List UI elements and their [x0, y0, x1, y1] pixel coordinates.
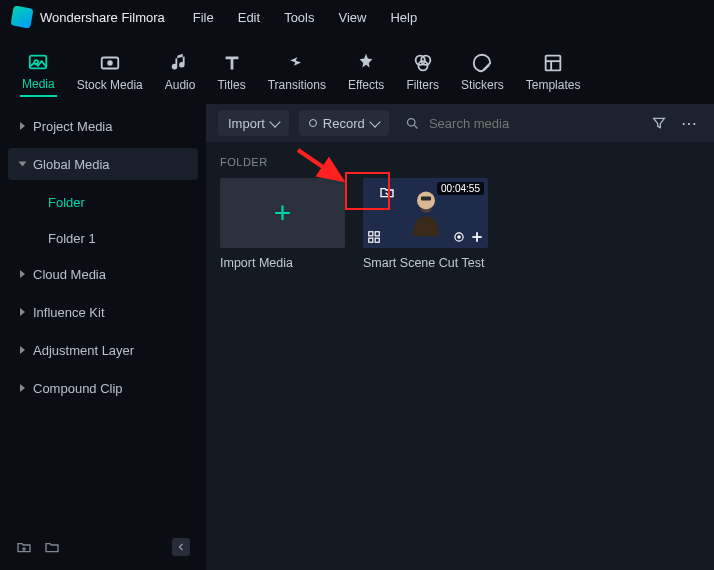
- menu-tools[interactable]: Tools: [284, 10, 314, 25]
- media-grid: + Import Media 00:04:55: [206, 178, 714, 270]
- tool-tabs: Media Stock Media Audio Titles Transitio…: [0, 34, 714, 104]
- app-title: Wondershare Filmora: [40, 10, 165, 25]
- overlay-right: [452, 230, 484, 244]
- tab-filters[interactable]: Filters: [404, 48, 441, 96]
- plus-icon: +: [274, 196, 292, 230]
- content-toolbar: Import Record ⋯: [206, 104, 714, 142]
- svg-point-21: [458, 236, 460, 238]
- sidebar-item-compound-clip[interactable]: Compound Clip: [8, 372, 198, 404]
- more-button[interactable]: ⋯: [678, 114, 702, 133]
- media-thumb[interactable]: 00:04:55: [363, 178, 488, 248]
- effects-icon: [355, 52, 377, 74]
- tab-effects[interactable]: Effects: [346, 48, 386, 96]
- sidebar-item-project-media[interactable]: Project Media: [8, 110, 198, 142]
- menu-edit[interactable]: Edit: [238, 10, 260, 25]
- media-icon: [27, 51, 49, 73]
- media-card[interactable]: 00:04:55 Smart Scene Cut Test: [363, 178, 488, 270]
- sidebar: Project Media Global Media Folder Folder…: [0, 104, 206, 570]
- record-button[interactable]: Record: [299, 110, 389, 136]
- svg-point-6: [418, 61, 427, 70]
- svg-point-3: [108, 61, 112, 65]
- tab-templates[interactable]: Templates: [524, 48, 583, 96]
- sidebar-sub-folder[interactable]: Folder: [8, 186, 198, 218]
- svg-rect-7: [546, 56, 561, 71]
- sidebar-footer: [8, 530, 198, 564]
- svg-point-12: [408, 118, 416, 126]
- app-logo-icon: [10, 5, 33, 28]
- sidebar-item-influence-kit[interactable]: Influence Kit: [8, 296, 198, 328]
- stock-media-icon: [99, 52, 121, 74]
- filter-icon[interactable]: [650, 114, 668, 132]
- record-dot-icon: [309, 119, 317, 127]
- sidebar-item-global-media[interactable]: Global Media: [8, 148, 198, 180]
- stickers-icon: [471, 52, 493, 74]
- card-label: Import Media: [220, 256, 345, 270]
- folder-badge-icon: [375, 182, 399, 202]
- menu-help[interactable]: Help: [390, 10, 417, 25]
- search-box[interactable]: [399, 114, 640, 132]
- svg-rect-17: [375, 232, 379, 236]
- section-label: FOLDER: [206, 142, 714, 178]
- tab-transitions[interactable]: Transitions: [266, 48, 328, 96]
- svg-rect-19: [375, 238, 379, 242]
- caret-icon: [20, 308, 25, 316]
- grid-icon[interactable]: [367, 230, 381, 244]
- caret-icon: [20, 270, 25, 278]
- add-icon[interactable]: [470, 230, 484, 244]
- import-media-thumb[interactable]: +: [220, 178, 345, 248]
- filters-icon: [412, 52, 434, 74]
- person-thumbnail: [403, 187, 449, 240]
- tab-media[interactable]: Media: [20, 47, 57, 97]
- caret-down-icon: [19, 162, 27, 167]
- tab-stickers[interactable]: Stickers: [459, 48, 506, 96]
- svg-rect-16: [369, 232, 373, 236]
- titles-icon: [221, 52, 243, 74]
- new-folder-icon[interactable]: [16, 539, 32, 555]
- chevron-down-icon: [269, 116, 280, 127]
- main-area: Project Media Global Media Folder Folder…: [0, 104, 714, 570]
- search-icon: [405, 114, 421, 132]
- chevron-down-icon: [369, 116, 380, 127]
- svg-rect-15: [421, 197, 431, 201]
- caret-icon: [20, 384, 25, 392]
- caret-icon: [20, 346, 25, 354]
- sidebar-sub-folder-1[interactable]: Folder 1: [8, 222, 198, 254]
- card-label: Smart Scene Cut Test: [363, 256, 488, 270]
- caret-icon: [20, 122, 25, 130]
- sidebar-item-adjustment-layer[interactable]: Adjustment Layer: [8, 334, 198, 366]
- templates-icon: [542, 52, 564, 74]
- transitions-icon: [286, 52, 308, 74]
- tab-titles[interactable]: Titles: [215, 48, 247, 96]
- tab-stock-media[interactable]: Stock Media: [75, 48, 145, 96]
- menubar: File Edit Tools View Help: [193, 10, 417, 25]
- target-icon[interactable]: [452, 230, 466, 244]
- sidebar-item-cloud-media[interactable]: Cloud Media: [8, 258, 198, 290]
- overlay-left: [367, 230, 381, 244]
- menu-file[interactable]: File: [193, 10, 214, 25]
- titlebar: Wondershare Filmora File Edit Tools View…: [0, 0, 714, 34]
- svg-line-13: [415, 125, 418, 128]
- content-area: Import Record ⋯ FOLDER + Import M: [206, 104, 714, 570]
- import-media-card[interactable]: + Import Media: [220, 178, 345, 270]
- svg-rect-18: [369, 238, 373, 242]
- menu-view[interactable]: View: [338, 10, 366, 25]
- collapse-sidebar-button[interactable]: [172, 538, 190, 556]
- audio-icon: [169, 52, 191, 74]
- import-button[interactable]: Import: [218, 110, 289, 136]
- search-input[interactable]: [429, 116, 640, 131]
- tab-audio[interactable]: Audio: [163, 48, 198, 96]
- folder-icon[interactable]: [44, 539, 60, 555]
